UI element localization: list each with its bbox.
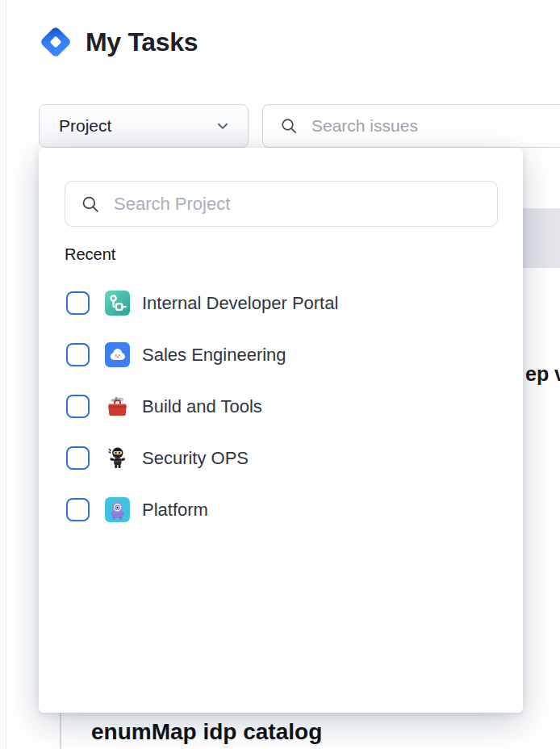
project-checkbox[interactable] [66,343,90,366]
page-header: My Tasks [39,25,198,59]
project-option-label: Internal Developer Portal [142,293,338,314]
project-option-row[interactable]: Build and Tools [66,394,523,419]
project-search-input[interactable] [114,194,484,215]
project-checkbox[interactable] [66,446,90,470]
project-option-row[interactable]: Internal Developer Portal [66,291,523,316]
project-filter-label: Project [59,116,111,136]
toolbox-red-icon [105,394,130,419]
project-dropdown-panel: Recent Internal Developer Portal Sales E… [39,148,523,713]
project-option-label: Platform [142,500,208,521]
workflow-teal-icon [105,291,130,316]
background-column-divider [60,713,61,749]
project-option-row[interactable]: Platform [66,497,523,522]
chevron-down-icon [215,119,230,133]
project-option-row[interactable]: Security OPS [66,446,523,471]
project-filter-button[interactable]: Project [39,104,249,148]
project-search-box[interactable] [65,181,498,227]
project-option-list: Internal Developer Portal Sales Engineer… [39,291,523,549]
left-gutter [0,0,6,749]
cloud-blue-icon [105,342,130,367]
project-option-row[interactable]: Sales Engineering [66,342,523,367]
project-checkbox[interactable] [66,291,90,315]
project-option-label: Sales Engineering [142,345,286,366]
search-issues-box[interactable] [262,104,560,148]
search-icon [80,194,101,215]
search-issues-input[interactable] [311,116,560,136]
jira-logo-icon [39,25,73,59]
page-title: My Tasks [86,27,198,57]
project-checkbox[interactable] [66,395,90,418]
ninja-icon [105,446,130,471]
alien-cyan-icon [105,497,130,522]
project-checkbox[interactable] [66,498,90,521]
project-option-label: Build and Tools [142,396,262,417]
search-icon [279,116,299,136]
recent-section-label: Recent [65,245,115,264]
background-partial-issue-title: ep v [525,362,560,386]
background-issue-title: enumMap idp catalog [91,719,322,745]
project-option-label: Security OPS [142,448,249,469]
